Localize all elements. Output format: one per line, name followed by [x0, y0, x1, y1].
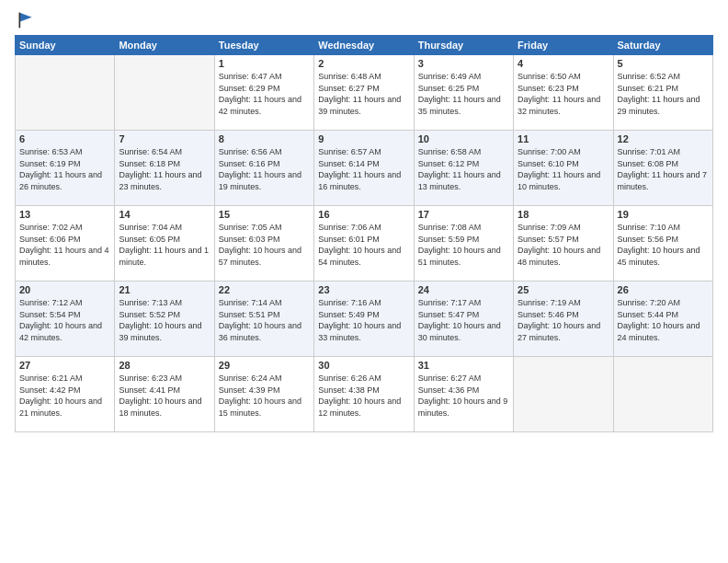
day-info: Sunrise: 6:24 AM Sunset: 4:39 PM Dayligh…	[219, 373, 310, 419]
table-row	[613, 357, 712, 432]
day-number: 6	[19, 133, 110, 144]
table-row: 31Sunrise: 6:27 AM Sunset: 4:36 PM Dayli…	[414, 357, 513, 432]
table-row: 2Sunrise: 6:48 AM Sunset: 6:27 PM Daylig…	[314, 55, 414, 131]
logo-text	[15, 11, 35, 29]
table-row: 16Sunrise: 7:06 AM Sunset: 6:01 PM Dayli…	[314, 206, 414, 282]
day-number: 7	[119, 133, 210, 144]
day-info: Sunrise: 6:27 AM Sunset: 4:36 PM Dayligh…	[418, 373, 509, 419]
day-info: Sunrise: 6:23 AM Sunset: 4:41 PM Dayligh…	[119, 373, 210, 419]
table-row: 21Sunrise: 7:13 AM Sunset: 5:52 PM Dayli…	[115, 282, 214, 357]
calendar-table: Sunday Monday Tuesday Wednesday Thursday…	[15, 35, 713, 432]
day-number: 3	[418, 58, 509, 69]
day-number: 18	[518, 209, 609, 220]
table-row: 24Sunrise: 7:17 AM Sunset: 5:47 PM Dayli…	[414, 282, 513, 357]
day-info: Sunrise: 6:58 AM Sunset: 6:12 PM Dayligh…	[418, 146, 509, 192]
day-number: 16	[318, 209, 409, 220]
day-info: Sunrise: 6:56 AM Sunset: 6:16 PM Dayligh…	[219, 146, 310, 192]
day-number: 27	[19, 360, 110, 371]
table-row: 27Sunrise: 6:21 AM Sunset: 4:42 PM Dayli…	[16, 357, 115, 432]
day-number: 11	[518, 133, 609, 144]
day-info: Sunrise: 7:20 AM Sunset: 5:44 PM Dayligh…	[618, 297, 709, 343]
svg-marker-0	[19, 13, 31, 22]
header-monday: Monday	[115, 36, 214, 55]
calendar-header-row: Sunday Monday Tuesday Wednesday Thursday…	[16, 36, 713, 55]
day-number: 30	[318, 360, 409, 371]
day-info: Sunrise: 7:19 AM Sunset: 5:46 PM Dayligh…	[518, 297, 609, 343]
day-info: Sunrise: 7:04 AM Sunset: 6:05 PM Dayligh…	[119, 222, 210, 268]
table-row: 1Sunrise: 6:47 AM Sunset: 6:29 PM Daylig…	[214, 55, 313, 131]
day-info: Sunrise: 6:54 AM Sunset: 6:18 PM Dayligh…	[119, 146, 210, 192]
day-info: Sunrise: 7:08 AM Sunset: 5:59 PM Dayligh…	[418, 222, 509, 268]
calendar-week-row: 13Sunrise: 7:02 AM Sunset: 6:06 PM Dayli…	[16, 206, 713, 282]
calendar-week-row: 6Sunrise: 6:53 AM Sunset: 6:19 PM Daylig…	[16, 131, 713, 206]
day-number: 13	[19, 209, 110, 220]
day-number: 10	[418, 133, 509, 144]
table-row: 4Sunrise: 6:50 AM Sunset: 6:23 PM Daylig…	[514, 55, 613, 131]
table-row: 19Sunrise: 7:10 AM Sunset: 5:56 PM Dayli…	[613, 206, 712, 282]
table-row: 5Sunrise: 6:52 AM Sunset: 6:21 PM Daylig…	[613, 55, 712, 131]
calendar-week-row: 1Sunrise: 6:47 AM Sunset: 6:29 PM Daylig…	[16, 55, 713, 131]
day-number: 19	[618, 209, 709, 220]
day-number: 1	[219, 58, 310, 69]
table-row: 9Sunrise: 6:57 AM Sunset: 6:14 PM Daylig…	[314, 131, 414, 206]
day-number: 9	[318, 133, 409, 144]
calendar-week-row: 27Sunrise: 6:21 AM Sunset: 4:42 PM Dayli…	[16, 357, 713, 432]
day-number: 20	[19, 284, 110, 295]
table-row: 17Sunrise: 7:08 AM Sunset: 5:59 PM Dayli…	[414, 206, 513, 282]
table-row	[115, 55, 214, 131]
table-row: 23Sunrise: 7:16 AM Sunset: 5:49 PM Dayli…	[314, 282, 414, 357]
page: Sunday Monday Tuesday Wednesday Thursday…	[0, 0, 728, 440]
table-row: 8Sunrise: 6:56 AM Sunset: 6:16 PM Daylig…	[214, 131, 313, 206]
day-number: 14	[119, 209, 210, 220]
table-row: 14Sunrise: 7:04 AM Sunset: 6:05 PM Dayli…	[115, 206, 214, 282]
day-number: 21	[119, 284, 210, 295]
day-number: 24	[418, 284, 509, 295]
day-number: 26	[618, 284, 709, 295]
table-row: 15Sunrise: 7:05 AM Sunset: 6:03 PM Dayli…	[214, 206, 313, 282]
day-number: 31	[418, 360, 509, 371]
day-number: 29	[219, 360, 310, 371]
header-sunday: Sunday	[16, 36, 115, 55]
header-thursday: Thursday	[414, 36, 513, 55]
day-info: Sunrise: 6:52 AM Sunset: 6:21 PM Dayligh…	[618, 71, 709, 117]
day-info: Sunrise: 7:09 AM Sunset: 5:57 PM Dayligh…	[518, 222, 609, 268]
day-info: Sunrise: 6:57 AM Sunset: 6:14 PM Dayligh…	[318, 146, 409, 192]
day-info: Sunrise: 7:05 AM Sunset: 6:03 PM Dayligh…	[219, 222, 310, 268]
header-wednesday: Wednesday	[314, 36, 414, 55]
table-row: 11Sunrise: 7:00 AM Sunset: 6:10 PM Dayli…	[514, 131, 613, 206]
table-row: 22Sunrise: 7:14 AM Sunset: 5:51 PM Dayli…	[214, 282, 313, 357]
day-info: Sunrise: 6:21 AM Sunset: 4:42 PM Dayligh…	[19, 373, 110, 419]
table-row: 3Sunrise: 6:49 AM Sunset: 6:25 PM Daylig…	[414, 55, 513, 131]
day-info: Sunrise: 7:02 AM Sunset: 6:06 PM Dayligh…	[19, 222, 110, 268]
day-info: Sunrise: 6:49 AM Sunset: 6:25 PM Dayligh…	[418, 71, 509, 117]
day-number: 12	[618, 133, 709, 144]
day-number: 8	[219, 133, 310, 144]
day-number: 28	[119, 360, 210, 371]
table-row: 18Sunrise: 7:09 AM Sunset: 5:57 PM Dayli…	[514, 206, 613, 282]
table-row	[16, 55, 115, 131]
table-row: 20Sunrise: 7:12 AM Sunset: 5:54 PM Dayli…	[16, 282, 115, 357]
day-info: Sunrise: 7:17 AM Sunset: 5:47 PM Dayligh…	[418, 297, 509, 343]
table-row: 25Sunrise: 7:19 AM Sunset: 5:46 PM Dayli…	[514, 282, 613, 357]
day-info: Sunrise: 7:14 AM Sunset: 5:51 PM Dayligh…	[219, 297, 310, 343]
header-tuesday: Tuesday	[214, 36, 313, 55]
day-info: Sunrise: 7:06 AM Sunset: 6:01 PM Dayligh…	[318, 222, 409, 268]
table-row: 13Sunrise: 7:02 AM Sunset: 6:06 PM Dayli…	[16, 206, 115, 282]
header-saturday: Saturday	[613, 36, 712, 55]
header	[15, 11, 713, 29]
day-number: 5	[618, 58, 709, 69]
day-number: 25	[518, 284, 609, 295]
day-info: Sunrise: 6:53 AM Sunset: 6:19 PM Dayligh…	[19, 146, 110, 192]
table-row: 28Sunrise: 6:23 AM Sunset: 4:41 PM Dayli…	[115, 357, 214, 432]
table-row: 7Sunrise: 6:54 AM Sunset: 6:18 PM Daylig…	[115, 131, 214, 206]
day-info: Sunrise: 7:00 AM Sunset: 6:10 PM Dayligh…	[518, 146, 609, 192]
logo-flag-icon	[17, 11, 35, 29]
logo	[15, 11, 35, 29]
day-number: 4	[518, 58, 609, 69]
day-info: Sunrise: 7:12 AM Sunset: 5:54 PM Dayligh…	[19, 297, 110, 343]
table-row: 12Sunrise: 7:01 AM Sunset: 6:08 PM Dayli…	[613, 131, 712, 206]
day-info: Sunrise: 6:50 AM Sunset: 6:23 PM Dayligh…	[518, 71, 609, 117]
day-info: Sunrise: 7:13 AM Sunset: 5:52 PM Dayligh…	[119, 297, 210, 343]
table-row: 29Sunrise: 6:24 AM Sunset: 4:39 PM Dayli…	[214, 357, 313, 432]
day-info: Sunrise: 7:01 AM Sunset: 6:08 PM Dayligh…	[618, 146, 709, 192]
